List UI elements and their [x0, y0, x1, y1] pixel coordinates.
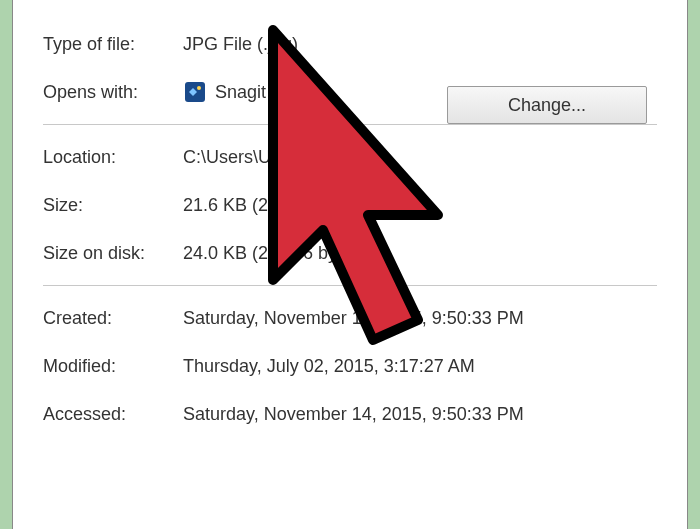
general-tab-panel: Type of file: JPG File (.jpg) Opens with… — [13, 0, 687, 448]
value-accessed: Saturday, November 14, 2015, 9:50:33 PM — [183, 404, 657, 425]
label-created: Created: — [43, 308, 183, 329]
row-size: Size: 21.6 KB (22,118 bytes) — [43, 181, 657, 229]
value-location: C:\Users\User — [183, 147, 657, 168]
label-accessed: Accessed: — [43, 404, 183, 425]
row-created: Created: Saturday, November 14, 2015, 9:… — [43, 294, 657, 342]
row-modified: Modified: Thursday, July 02, 2015, 3:17:… — [43, 342, 657, 390]
value-size: 21.6 KB (22,118 bytes) — [183, 195, 657, 216]
label-size: Size: — [43, 195, 183, 216]
snagit-editor-icon — [183, 80, 207, 104]
label-modified: Modified: — [43, 356, 183, 377]
row-type-of-file: Type of file: JPG File (.jpg) — [43, 20, 657, 68]
value-created: Saturday, November 14, 2015, 9:50:33 PM — [183, 308, 657, 329]
row-accessed: Accessed: Saturday, November 14, 2015, 9… — [43, 390, 657, 438]
value-size-on-disk: 24.0 KB (24,576 bytes) — [183, 243, 657, 264]
value-modified: Thursday, July 02, 2015, 3:17:27 AM — [183, 356, 657, 377]
divider-2 — [43, 285, 657, 286]
row-location: Location: C:\Users\User — [43, 133, 657, 181]
value-opens-with-text: Snagit Editor — [215, 82, 318, 103]
svg-point-1 — [197, 86, 201, 90]
value-type-of-file: JPG File (.jpg) — [183, 34, 657, 55]
label-opens-with: Opens with: — [43, 82, 183, 103]
divider-1 — [43, 124, 657, 125]
label-size-on-disk: Size on disk: — [43, 243, 183, 264]
label-type-of-file: Type of file: — [43, 34, 183, 55]
properties-dialog: Type of file: JPG File (.jpg) Opens with… — [12, 0, 688, 529]
row-size-on-disk: Size on disk: 24.0 KB (24,576 bytes) — [43, 229, 657, 277]
change-button[interactable]: Change... — [447, 86, 647, 124]
label-location: Location: — [43, 147, 183, 168]
